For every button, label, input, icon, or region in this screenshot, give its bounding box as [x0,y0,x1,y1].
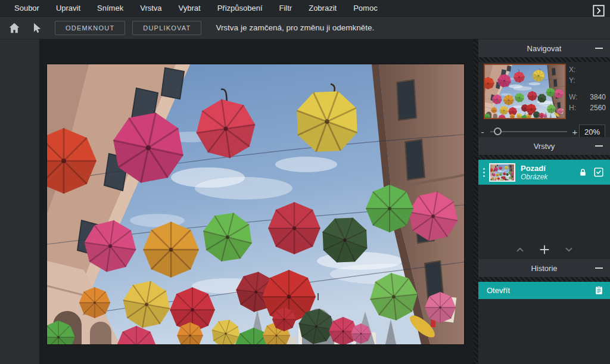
duplicate-button[interactable]: DUPLIKOVAT [132,21,201,35]
navigator-meta: X: Y: W:3840 H:2560 [569,66,606,114]
navigator-panel-header[interactable]: Navigovat [478,39,610,57]
menu-vybrat[interactable]: Vybrat [170,0,209,17]
active-tool-indicator [30,21,44,35]
navigator-title: Navigovat [527,44,562,53]
hatch-divider [478,57,610,62]
tool-options-bar: ODEMKNOUT DUPLIKOVAT Vrstva je zamčená, … [0,17,610,39]
visibility-checkbox-icon[interactable] [593,167,604,178]
collapse-dash-icon[interactable] [595,48,603,49]
tool-palette [0,39,39,364]
unlock-button[interactable]: ODEMKNOUT [55,21,125,35]
layers-empty-area [478,185,610,240]
move-layer-up-button[interactable] [515,244,525,255]
menu-filtr[interactable]: Filtr [271,0,301,17]
height-value: 2560 [590,104,606,114]
menu-upravit[interactable]: Upravit [48,0,89,17]
width-value: 3840 [590,93,606,104]
navigator-thumbnail[interactable] [484,64,566,119]
menu-bar: Soubor Upravit Snímek Vrstva Vybrat Přiz… [0,0,610,17]
collapse-dash-icon[interactable] [595,267,603,269]
zoom-slider-handle[interactable] [494,127,502,135]
navigator-body: X: Y: W:3840 H:2560 - + 20% [478,62,610,137]
history-item-label: Otevřít [487,286,594,295]
chevron-right-boxed-icon [592,4,605,17]
zoom-out-button[interactable]: - [478,127,487,137]
layers-title: Vrstvy [534,142,555,151]
layer-controls [478,240,610,259]
menu-zobrazit[interactable]: Zobrazit [300,0,345,17]
height-label: H: [569,104,576,114]
x-label: X: [569,66,575,76]
menu-prizpusobeni[interactable]: Přizpůsobení [209,0,271,17]
layer-text: Pozadí Obrázek [521,164,578,181]
layer-drag-handle[interactable] [480,168,488,177]
layer-type: Obrázek [521,173,578,181]
cursor-arrow-icon [30,21,43,35]
y-label: Y: [569,76,575,87]
canvas-image[interactable] [47,64,464,344]
history-title: Historie [531,264,557,273]
layer-locked-status: Vrstva je zamčená, pro změnu ji odemknět… [216,23,374,32]
collapse-panel-button[interactable] [592,4,605,17]
hatch-divider [478,155,610,160]
collapse-dash-icon[interactable] [595,145,603,147]
history-item-open[interactable]: Otevřít [478,282,610,299]
menu-soubor[interactable]: Soubor [6,0,48,17]
zoom-in-button[interactable]: + [571,127,579,137]
layer-name: Pozadí [521,164,578,173]
panel-resize-gutter[interactable] [474,39,478,364]
right-panel: Navigovat X: Y: W:3840 H:2560 - + 20% Vr… [478,39,610,364]
lock-icon[interactable] [578,167,588,178]
layer-thumbnail [489,163,515,182]
menu-pomoc[interactable]: Pomoc [345,0,385,17]
menu-vrstva[interactable]: Vrstva [132,0,170,17]
zoom-slider-track[interactable] [490,131,567,132]
history-panel-header[interactable]: Historie [478,259,610,277]
layers-panel-header[interactable]: Vrstvy [478,137,610,155]
add-layer-button[interactable] [539,244,550,256]
hatch-divider [478,277,610,282]
menu-snimek[interactable]: Snímek [89,0,132,17]
home-button[interactable] [7,21,21,35]
width-label: W: [569,93,577,104]
home-icon [8,21,21,35]
document-icon [594,285,604,295]
move-layer-down-button[interactable] [564,244,574,255]
layer-row-pozadi[interactable]: Pozadí Obrázek [478,160,610,185]
